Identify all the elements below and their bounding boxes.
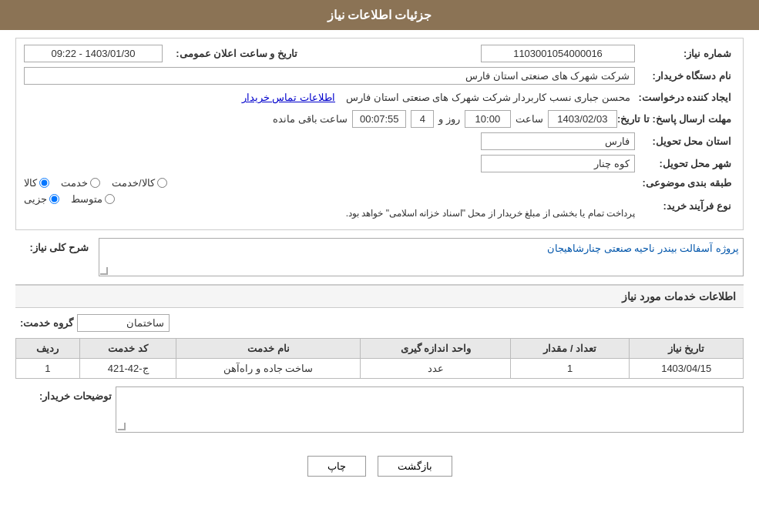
cell-date: 1403/04/15 [630, 359, 744, 379]
need-number-label: شماره نیاز: [635, 48, 735, 59]
category-khedmat-radio[interactable] [90, 178, 100, 188]
cell-quantity: 1 [511, 359, 630, 379]
deadline-remaining-label: ساعت باقی مانده [273, 113, 348, 125]
buyer-notes-label: توضیحات خریدار: [15, 386, 116, 402]
back-button[interactable]: بازگشت [378, 456, 452, 477]
purchase-mottavasset-label: متوسط [71, 193, 102, 205]
purchase-type-group: متوسط جزیی پرداخت تمام یا بخشی از مبلغ خ… [24, 193, 635, 219]
resize-handle[interactable] [100, 267, 108, 275]
category-kala-label: کالا [24, 177, 37, 189]
purchase-mottavasset-option: متوسط [71, 193, 115, 205]
city-value: کوه چنار [481, 155, 635, 172]
buyer-notes-row: توضیحات خریدار: [15, 386, 744, 440]
col-unit: واحد اندازه گیری [361, 339, 511, 359]
creator-value: محسن جباری نسب کاربردار شرکت شهرک های صن… [24, 89, 635, 105]
cell-service-name: ساخت جاده و راه‌آهن [176, 359, 361, 379]
deadline-time: 10:00 [465, 110, 511, 128]
page-wrapper: جزئیات اطلاعات نیاز شماره نیاز: 11030010… [0, 0, 759, 532]
category-kala-option: کالا [24, 177, 49, 189]
province-value: فارس [481, 132, 635, 150]
category-kala-khedmat-label: کالا/خدمت [112, 177, 155, 189]
deadline-time-label: ساعت [516, 113, 543, 125]
col-service-code: کد خدمت [79, 339, 176, 359]
content-area: شماره نیاز: 1103001054000016 تاریخ و ساع… [0, 30, 759, 492]
page-header: جزئیات اطلاعات نیاز [0, 0, 759, 30]
buyer-org-label: نام دستگاه خریدار: [635, 70, 735, 82]
deadline-group: 1403/02/03 ساعت 10:00 روز و 4 00:07:55 س… [24, 110, 617, 128]
cell-unit: عدد [361, 359, 511, 379]
button-bar: بازگشت چاپ [15, 448, 744, 484]
category-label: طبقه بندی موضوعی: [635, 177, 735, 189]
purchase-jozi-option: جزیی [24, 193, 59, 205]
col-quantity: تعداد / مقدار [511, 339, 630, 359]
creator-contact-link[interactable]: اطلاعات تماس خریدار [242, 92, 335, 103]
creator-row: ایجاد کننده درخواست: محسن جباری نسب کارب… [24, 89, 735, 105]
services-table: تاریخ نیاز تعداد / مقدار واحد اندازه گیر… [15, 338, 744, 379]
services-section: تاریخ نیاز تعداد / مقدار واحد اندازه گیر… [15, 338, 744, 379]
description-box-wrapper: پروژه آسفالت بیندر ناحیه صنعتی چنارشاهیج… [99, 238, 744, 276]
deadline-date: 1403/02/03 [548, 110, 617, 128]
print-button[interactable]: چاپ [307, 456, 366, 477]
deadline-remaining: 00:07:55 [352, 110, 406, 128]
purchase-mottavasset-radio[interactable] [105, 194, 115, 204]
city-row: شهر محل تحویل: کوه چنار [24, 155, 735, 172]
buyer-org-value: شرکت شهرک های صنعتی استان فارس [24, 67, 635, 85]
purchase-type-label: نوع فرآیند خرید: [635, 200, 735, 212]
province-row: استان محل تحویل: فارس [24, 132, 735, 150]
cell-row-num: 1 [16, 359, 80, 379]
deadline-row: مهلت ارسال پاسخ: تا تاریخ: 1403/02/03 سا… [24, 110, 735, 128]
category-kala-khedmat-radio[interactable] [157, 178, 167, 188]
announcement-date-value: 1403/01/30 - 09:22 [24, 45, 163, 62]
purchase-jozi-label: جزیی [24, 193, 47, 205]
col-service-name: نام خدمت [176, 339, 361, 359]
description-label: شرح کلی نیاز: [15, 238, 92, 253]
deadline-label: مهلت ارسال پاسخ: تا تاریخ: [617, 113, 735, 125]
col-row-num: ردیف [16, 339, 80, 359]
services-section-title: اطلاعات خدمات مورد نیاز [15, 284, 744, 308]
need-number-row: شماره نیاز: 1103001054000016 تاریخ و ساع… [24, 45, 735, 62]
announcement-date-label: تاریخ و ساعت اعلان عمومی: [163, 48, 301, 59]
table-header-row: تاریخ نیاز تعداد / مقدار واحد اندازه گیر… [16, 339, 744, 359]
buyer-notes-box [116, 386, 744, 433]
service-group-value: ساختمان [77, 314, 170, 332]
service-group-label: گروه خدمت: [15, 317, 77, 329]
cell-service-code: ج-42-421 [79, 359, 176, 379]
deadline-days-label: روز و [438, 113, 460, 125]
need-number-value: 1103001054000016 [481, 45, 635, 62]
category-kala-radio[interactable] [39, 178, 49, 188]
category-radio-group: کالا/خدمت خدمت کالا [24, 177, 635, 189]
city-label: شهر محل تحویل: [635, 158, 735, 169]
buyer-notes-resize[interactable] [118, 423, 126, 430]
description-section: پروژه آسفالت بیندر ناحیه صنعتی چنارشاهیج… [15, 238, 744, 276]
description-textarea: پروژه آسفالت بیندر ناحیه صنعتی چنارشاهیج… [99, 238, 744, 276]
page-title: جزئیات اطلاعات نیاز [327, 8, 432, 22]
col-date: تاریخ نیاز [630, 339, 744, 359]
purchase-jozi-radio[interactable] [49, 194, 59, 204]
main-form-section: شماره نیاز: 1103001054000016 تاریخ و ساع… [15, 38, 744, 230]
category-khedmat-option: خدمت [61, 177, 100, 189]
deadline-days: 4 [411, 110, 434, 128]
creator-label: ایجاد کننده درخواست: [635, 92, 735, 103]
category-row: طبقه بندی موضوعی: کالا/خدمت خدمت کالا [24, 177, 735, 189]
category-kala-khedmat-option: کالا/خدمت [112, 177, 167, 189]
table-row: 1403/04/15 1 عدد ساخت جاده و راه‌آهن ج-4… [16, 359, 744, 379]
buyer-org-row: نام دستگاه خریدار: شرکت شهرک های صنعتی ا… [24, 67, 735, 85]
category-khedmat-label: خدمت [61, 177, 88, 189]
service-group-row: ساختمان گروه خدمت: [15, 314, 744, 332]
purchase-note: پرداخت تمام یا بخشی از مبلغ خریدار از مح… [24, 208, 635, 219]
purchase-type-row: نوع فرآیند خرید: متوسط جزیی پرداخت تمام … [24, 193, 735, 219]
province-label: استان محل تحویل: [635, 136, 735, 147]
